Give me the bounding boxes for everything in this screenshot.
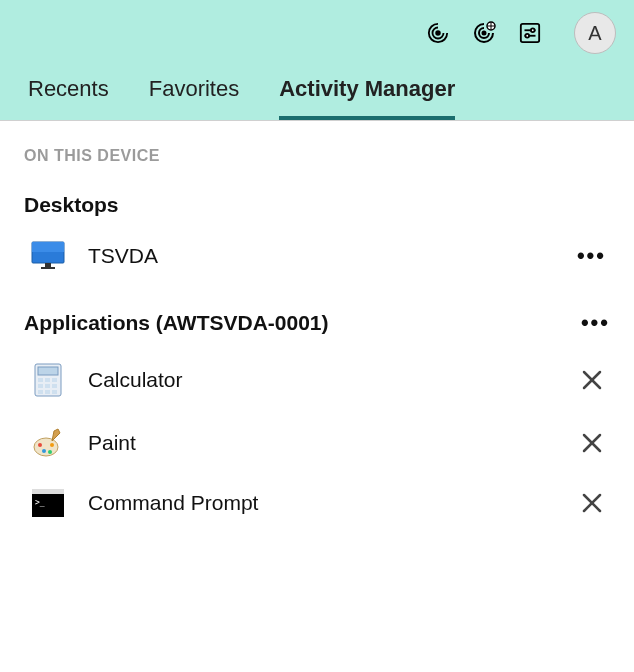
- calculator-icon: [28, 363, 68, 397]
- svg-rect-16: [52, 378, 57, 382]
- applications-title: Applications (AWTSVDA-0001): [24, 311, 329, 335]
- close-icon[interactable]: [578, 366, 606, 394]
- avatar[interactable]: A: [574, 12, 616, 54]
- close-icon[interactable]: [578, 489, 606, 517]
- preferences-icon[interactable]: [518, 21, 542, 45]
- tab-favorites[interactable]: Favorites: [149, 76, 239, 120]
- svg-rect-10: [45, 263, 51, 267]
- header-toolbar: A: [0, 0, 634, 54]
- svg-rect-19: [52, 384, 57, 388]
- tab-recents[interactable]: Recents: [28, 76, 109, 120]
- app-item-command-prompt[interactable]: >_ Command Prompt: [24, 483, 610, 523]
- app-item-calculator[interactable]: Calculator: [24, 357, 610, 403]
- svg-rect-22: [52, 390, 57, 394]
- svg-rect-20: [38, 390, 43, 394]
- app-item-left: Calculator: [28, 363, 183, 397]
- svg-point-27: [42, 449, 46, 453]
- svg-rect-3: [521, 24, 539, 42]
- svg-rect-33: [32, 489, 64, 494]
- svg-rect-11: [41, 267, 55, 269]
- close-icon[interactable]: [578, 429, 606, 457]
- desktop-item-label: TSVDA: [88, 244, 158, 268]
- svg-rect-15: [45, 378, 50, 382]
- svg-text:>_: >_: [35, 498, 45, 507]
- svg-rect-17: [38, 384, 43, 388]
- svg-point-28: [48, 450, 52, 454]
- svg-point-1: [483, 32, 486, 35]
- avatar-initial: A: [588, 22, 601, 45]
- svg-point-7: [525, 34, 529, 38]
- header: A Recents Favorites Activity Manager: [0, 0, 634, 121]
- applications-section: Applications (AWTSVDA-0001) ••• Calculat…: [24, 311, 610, 523]
- desktops-title: Desktops: [24, 193, 610, 217]
- svg-point-29: [50, 443, 54, 447]
- tabs: Recents Favorites Activity Manager: [0, 54, 634, 120]
- app-item-left: Paint: [28, 427, 136, 459]
- svg-rect-13: [38, 367, 58, 375]
- monitor-icon: [28, 241, 68, 271]
- desktop-item-left: TSVDA: [28, 241, 158, 271]
- app-item-paint[interactable]: Paint: [24, 421, 610, 465]
- svg-point-26: [38, 443, 42, 447]
- svg-point-25: [34, 438, 58, 456]
- app-item-label: Calculator: [88, 368, 183, 392]
- content: ON THIS DEVICE Desktops TSVDA ••• Applic…: [0, 121, 634, 567]
- app-item-label: Paint: [88, 431, 136, 455]
- app-item-label: Command Prompt: [88, 491, 258, 515]
- section-eyebrow: ON THIS DEVICE: [24, 147, 610, 165]
- tab-activity-manager[interactable]: Activity Manager: [279, 76, 455, 120]
- svg-rect-21: [45, 390, 50, 394]
- paint-icon: [28, 427, 68, 459]
- app-item-left: >_ Command Prompt: [28, 489, 258, 517]
- more-icon[interactable]: •••: [577, 251, 606, 261]
- applications-header-row: Applications (AWTSVDA-0001) •••: [24, 311, 610, 335]
- svg-point-5: [531, 28, 535, 32]
- more-icon[interactable]: •••: [581, 318, 610, 328]
- svg-rect-9: [32, 242, 64, 252]
- svg-rect-18: [45, 384, 50, 388]
- desktop-item[interactable]: TSVDA •••: [24, 235, 610, 277]
- target-globe-icon[interactable]: [472, 21, 496, 45]
- svg-rect-14: [38, 378, 43, 382]
- terminal-icon: >_: [28, 489, 68, 517]
- target-icon[interactable]: [426, 21, 450, 45]
- desktops-section: Desktops TSVDA •••: [24, 193, 610, 277]
- svg-point-0: [436, 31, 440, 35]
